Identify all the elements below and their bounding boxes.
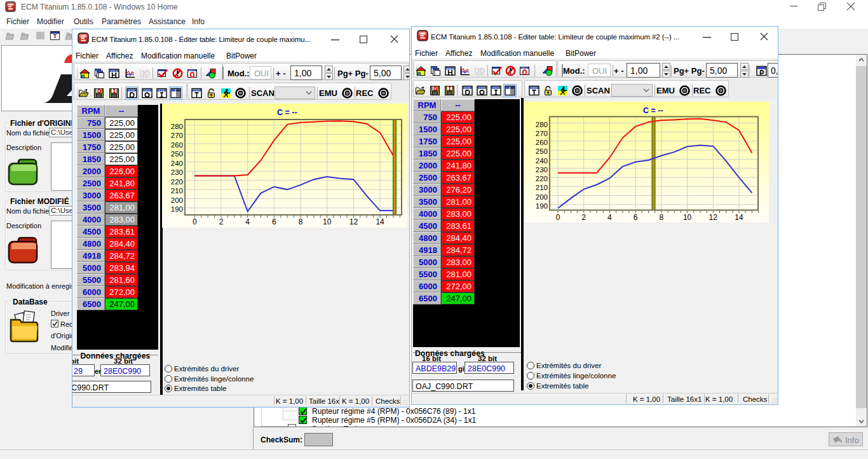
svg-text:210: 210 (171, 187, 183, 195)
svg-text:10: 10 (683, 213, 692, 222)
svg-text:2: 2 (581, 213, 586, 222)
svg-text:14: 14 (376, 217, 384, 226)
svg-text:220: 220 (171, 178, 183, 186)
svg-text:250: 250 (536, 147, 548, 155)
svg-text:200: 200 (536, 193, 548, 201)
svg-text:260: 260 (171, 141, 183, 149)
svg-text:260: 260 (536, 139, 548, 146)
svg-text:230: 230 (171, 168, 183, 176)
svg-text:0: 0 (556, 213, 560, 222)
svg-text:12: 12 (709, 213, 718, 222)
svg-text:10: 10 (323, 217, 332, 226)
svg-text:200: 200 (171, 196, 183, 204)
svg-text:6: 6 (634, 213, 638, 222)
svg-text:280: 280 (171, 123, 183, 130)
svg-text:C = --: C = -- (277, 108, 297, 117)
svg-text:0: 0 (193, 217, 197, 226)
svg-text:8: 8 (660, 213, 664, 222)
svg-text:250: 250 (171, 150, 183, 158)
svg-text:4: 4 (607, 213, 612, 222)
svg-text:210: 210 (536, 184, 548, 191)
svg-text:230: 230 (536, 166, 548, 174)
svg-text:280: 280 (536, 121, 548, 128)
svg-text:270: 270 (171, 132, 183, 139)
svg-text:220: 220 (536, 175, 548, 182)
svg-text:14: 14 (735, 213, 743, 222)
svg-text:12: 12 (349, 217, 358, 226)
svg-text:240: 240 (536, 157, 548, 165)
svg-text:4: 4 (245, 217, 250, 226)
svg-text:2: 2 (219, 217, 224, 226)
svg-text:270: 270 (536, 130, 548, 137)
svg-text:6: 6 (272, 217, 276, 226)
svg-text:8: 8 (299, 217, 303, 226)
svg-text:C = --: C = -- (643, 106, 663, 115)
svg-text:240: 240 (171, 160, 183, 167)
svg-text:190: 190 (171, 205, 183, 213)
svg-text:190: 190 (536, 202, 548, 210)
